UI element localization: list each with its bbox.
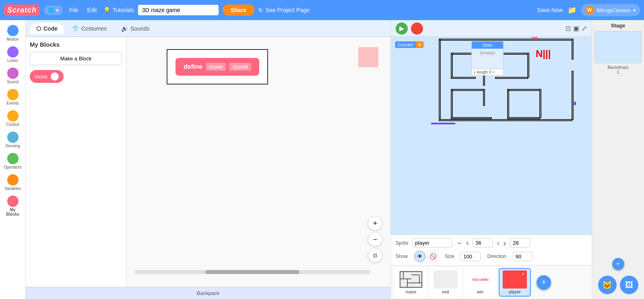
maze-sprite-svg bbox=[399, 271, 423, 288]
sprite-item-player[interactable]: ✕ player bbox=[499, 268, 531, 297]
sprite-item-maze-img bbox=[399, 270, 423, 289]
sprite-name-input[interactable] bbox=[412, 238, 452, 247]
motion-circle bbox=[7, 25, 19, 36]
define-block[interactable]: define move speed bbox=[175, 58, 259, 76]
tutorials-icon: 💡 bbox=[103, 7, 110, 13]
tab-costumes[interactable]: 👕 Costumes bbox=[66, 23, 113, 34]
looks-label: Looks bbox=[7, 58, 18, 63]
green-flag-button[interactable]: ▶ bbox=[396, 23, 408, 35]
zoom-out-button[interactable]: − bbox=[368, 232, 382, 247]
file-menu[interactable]: File bbox=[67, 5, 81, 15]
stage-small-button[interactable]: ⊡ bbox=[566, 25, 571, 32]
svg-rect-15 bbox=[483, 89, 485, 105]
svg-rect-13 bbox=[451, 89, 483, 91]
sidebar-item-sound[interactable]: Sound bbox=[2, 66, 24, 86]
stage-fullscreen-button[interactable]: ⤢ bbox=[582, 25, 587, 32]
sidebar-item-my-blocks[interactable]: My Blocks bbox=[2, 194, 24, 218]
sidebar-item-control[interactable]: Control bbox=[2, 109, 24, 128]
y-input[interactable] bbox=[510, 238, 530, 247]
zoom-in-button[interactable]: + bbox=[368, 216, 382, 231]
add-sprite-area: + bbox=[537, 268, 551, 297]
sensing-circle bbox=[7, 132, 19, 143]
svg-rect-17 bbox=[508, 89, 509, 118]
stop-button[interactable] bbox=[411, 23, 423, 35]
code-tab-label: Code bbox=[43, 25, 58, 32]
sidebar-item-looks[interactable]: Looks bbox=[2, 45, 24, 64]
editor-area: ⬡ Code 👕 Costumes 🔊 Sounds My Blocks Mak… bbox=[26, 20, 390, 299]
zoom-fit-button[interactable]: ⊡ bbox=[368, 248, 382, 263]
sprite-item-win[interactable]: YOU WIN! win bbox=[464, 268, 496, 297]
x-input[interactable] bbox=[473, 238, 493, 247]
size-label: Size bbox=[445, 254, 454, 259]
sidebar-item-variables[interactable]: Variables bbox=[2, 173, 24, 192]
direction-input[interactable] bbox=[513, 252, 533, 261]
events-label: Events bbox=[6, 101, 19, 105]
see-project-button[interactable]: ↻ See Project Page bbox=[258, 7, 310, 13]
save-now-button[interactable]: Save Now bbox=[537, 7, 563, 13]
sprite-info-panel: Sprite ↔ x ↕ y Show 👁 🚫 Size Direction bbox=[391, 235, 592, 265]
svg-rect-3 bbox=[572, 39, 573, 59]
x-icon: ↔ bbox=[456, 240, 462, 246]
scroll-thumb bbox=[205, 270, 299, 274]
sprite-item-exit-img bbox=[433, 270, 458, 289]
y-icon: ↕ bbox=[497, 240, 500, 246]
bottom-action-buttons: 🐱 🖼 bbox=[594, 273, 642, 297]
tutorials-button[interactable]: 💡 Tutorials bbox=[103, 7, 134, 13]
sidebar-item-operators[interactable]: Operators bbox=[2, 151, 24, 171]
tab-code[interactable]: ⬡ Code bbox=[30, 23, 64, 34]
control-label: Control bbox=[6, 122, 19, 127]
sidebar-item-events[interactable]: Events bbox=[2, 87, 24, 107]
size-input[interactable] bbox=[460, 252, 481, 261]
list-footer-label: length bbox=[477, 70, 488, 74]
sidebar-item-motion[interactable]: Motion bbox=[2, 23, 24, 43]
sprite-item-player-img: ✕ bbox=[503, 270, 527, 289]
sounds-tab-icon: 🔊 bbox=[121, 25, 128, 32]
custom-block-move[interactable]: move bbox=[30, 70, 64, 83]
sidebar-item-sensing[interactable]: Sensing bbox=[2, 130, 24, 150]
canvas-scrollbar[interactable] bbox=[134, 270, 370, 274]
x-label: x bbox=[466, 240, 469, 246]
operators-label: Operators bbox=[4, 165, 21, 169]
stage-canvas: N||| distance 0 Angle -50 bbox=[391, 37, 592, 235]
blocks-panel: My Blocks Make a Block move bbox=[26, 37, 126, 287]
sprite-delete-button[interactable]: ✕ bbox=[520, 271, 526, 277]
show-label: Show bbox=[396, 254, 408, 259]
tab-sounds[interactable]: 🔊 Sounds bbox=[115, 23, 156, 34]
scratch-logo[interactable]: Scratch bbox=[4, 4, 40, 16]
edit-menu[interactable]: Edit bbox=[85, 5, 99, 15]
share-button[interactable]: Share bbox=[223, 4, 254, 16]
y-label: y bbox=[504, 240, 506, 246]
add-sprite-button[interactable]: + bbox=[537, 275, 551, 290]
content-area: My Blocks Make a Block move define move … bbox=[26, 37, 390, 287]
add-sprite-fab[interactable]: 🐱 bbox=[598, 276, 617, 294]
user-badge[interactable]: W WiingyClasses ▾ bbox=[581, 4, 640, 16]
monitor-counter-name: Counter bbox=[395, 41, 416, 48]
show-visible-button[interactable]: 👁 bbox=[414, 251, 425, 262]
monitor-counter: Counter 0 bbox=[395, 41, 423, 48]
monitor-counter-value: 0 bbox=[416, 41, 423, 48]
sprite-item-maze[interactable]: maze bbox=[395, 268, 427, 297]
stage-medium-button[interactable]: ▣ bbox=[573, 25, 579, 32]
sprite-item-exit[interactable]: exit bbox=[429, 268, 462, 297]
svg-rect-1 bbox=[439, 39, 440, 120]
backpack[interactable]: Backpack bbox=[26, 287, 390, 299]
sprite-info-row-1: Sprite ↔ x ↕ y bbox=[396, 238, 587, 247]
show-hidden-button[interactable]: 🚫 bbox=[427, 251, 438, 262]
project-name-input[interactable] bbox=[138, 5, 219, 15]
categories-panel: Motion Looks Sound Events Control Sensin… bbox=[0, 20, 26, 299]
svg-rect-4 bbox=[572, 71, 573, 120]
code-canvas[interactable]: define move speed + − ⊡ bbox=[126, 37, 390, 287]
events-circle bbox=[7, 89, 19, 100]
backdrops-count: 1 bbox=[617, 70, 619, 74]
add-backdrop-fab[interactable]: 🖼 bbox=[620, 276, 638, 294]
direction-label: Direction bbox=[487, 254, 506, 259]
globe-button[interactable]: 🌐 ▾ bbox=[44, 6, 63, 15]
pink-square bbox=[358, 47, 378, 67]
make-block-button[interactable]: Make a Block bbox=[30, 52, 122, 65]
svg-rect-16 bbox=[451, 118, 491, 119]
motion-label: Motion bbox=[6, 37, 19, 41]
folder-button[interactable]: 📁 bbox=[568, 6, 576, 14]
add-backdrop-button[interactable]: + bbox=[612, 258, 624, 270]
maze-decoration: N||| bbox=[536, 48, 551, 59]
sprite-item-exit-name: exit bbox=[432, 289, 459, 294]
